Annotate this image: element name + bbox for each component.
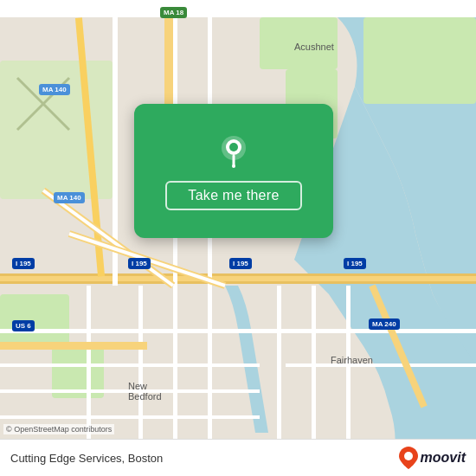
overlay-card: Take me there: [134, 104, 333, 238]
moovit-logo: moovit: [399, 447, 466, 469]
road-shield-ma140-bottom: MA 140: [54, 192, 85, 203]
svg-rect-22: [138, 286, 143, 459]
svg-rect-13: [75, 17, 105, 277]
bottom-bar: Cutting Edge Services, Boston moovit: [0, 439, 476, 476]
osm-attribution: © OpenStreetMap contributors: [3, 424, 114, 434]
svg-rect-28: [0, 415, 260, 419]
moovit-wordmark: moovit: [421, 450, 466, 466]
svg-rect-31: [346, 286, 351, 459]
road-shield-us6: US 6: [12, 320, 35, 331]
svg-rect-33: [286, 363, 476, 367]
svg-rect-24: [208, 286, 212, 459]
svg-rect-23: [173, 286, 177, 459]
location-pin-icon: [215, 132, 253, 170]
svg-rect-4: [0, 61, 113, 199]
svg-line-35: [372, 286, 424, 407]
road-shield-i195-3: I 195: [229, 258, 252, 269]
road-shield-ma240: MA 240: [369, 318, 400, 330]
road-shield-ma140-top: MA 140: [39, 84, 70, 95]
svg-rect-30: [312, 286, 316, 459]
svg-rect-34: [0, 342, 147, 350]
moovit-pin-icon: [399, 447, 418, 469]
svg-rect-11: [0, 281, 476, 284]
svg-rect-2: [363, 17, 476, 104]
label-acushnet: Acushnet: [294, 42, 334, 52]
road-shield-i195-2: I 195: [128, 258, 151, 269]
svg-rect-9: [0, 273, 476, 284]
take-me-there-button[interactable]: Take me there: [165, 181, 301, 210]
svg-rect-26: [0, 363, 260, 367]
svg-point-40: [404, 452, 413, 460]
svg-rect-14: [113, 17, 118, 286]
label-fairhaven: Fairhaven: [331, 355, 373, 365]
svg-rect-10: [0, 273, 476, 276]
svg-rect-25: [0, 329, 476, 333]
svg-point-38: [229, 143, 238, 151]
map-container: MA 18 MA 140 MA 140 I 195 I 195 I 195 I …: [0, 0, 476, 476]
svg-point-39: [232, 164, 235, 168]
road-shield-ma18: MA 18: [160, 7, 187, 18]
road-shield-i195-4: I 195: [344, 258, 366, 269]
svg-rect-7: [0, 294, 69, 346]
label-new-bedford: NewBedford: [128, 381, 162, 402]
svg-rect-8: [52, 346, 104, 398]
svg-rect-0: [0, 17, 476, 459]
svg-rect-29: [277, 286, 281, 459]
road-shield-i195-1: I 195: [12, 258, 35, 269]
location-title: Cutting Edge Services, Boston: [10, 452, 163, 465]
